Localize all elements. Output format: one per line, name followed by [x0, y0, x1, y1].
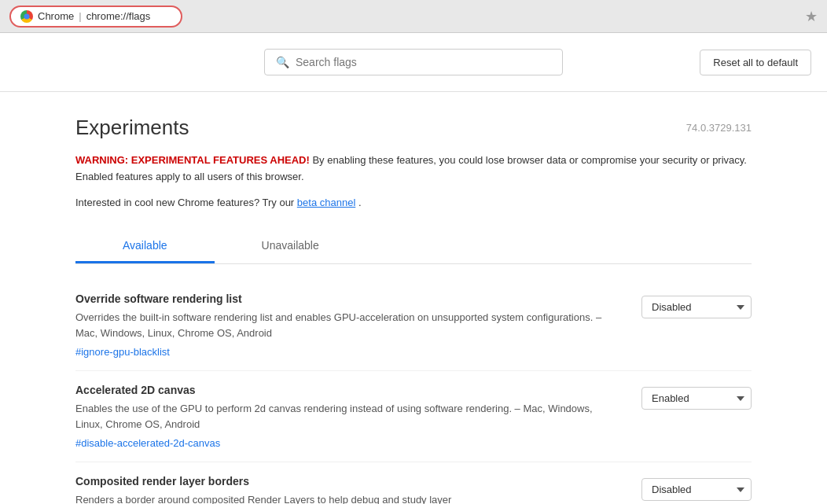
flag-item: Override software rendering list Overrid…	[75, 280, 752, 371]
experiments-container: Experiments 74.0.3729.131 WARNING: EXPER…	[60, 92, 767, 504]
warning-paragraph: WARNING: EXPERIMENTAL FEATURES AHEAD! By…	[75, 153, 752, 186]
address-label: Chrome	[38, 10, 74, 22]
address-bar[interactable]: Chrome | chrome://flags	[9, 6, 182, 28]
address-url: chrome://flags	[86, 10, 151, 22]
tabs-container: Available Unavailable	[75, 230, 752, 264]
experiments-header: Experiments 74.0.3729.131	[75, 116, 752, 140]
flag-info: Override software rendering list Overrid…	[75, 292, 641, 358]
flag-select-disabled[interactable]: Default Disabled Enabled	[641, 296, 752, 318]
beta-channel-link[interactable]: beta channel	[297, 197, 355, 208]
tab-available[interactable]: Available	[75, 230, 215, 263]
version-number: 74.0.3729.131	[686, 122, 752, 134]
flag-name: Accelerated 2D canvas	[75, 384, 618, 396]
beta-paragraph: Interested in cool new Chrome features? …	[75, 195, 752, 212]
address-separator: |	[79, 10, 81, 22]
flag-anchor-link[interactable]: #disable-accelerated-2d-canvas	[75, 437, 220, 449]
flag-select-disabled-3[interactable]: Default Disabled Enabled	[641, 478, 752, 501]
beta-suffix: .	[358, 197, 362, 208]
flag-name: Override software rendering list	[75, 292, 618, 305]
search-area: 🔍 Reset all to default	[0, 33, 827, 92]
chrome-icon	[20, 10, 33, 23]
warning-bold-text: WARNING: EXPERIMENTAL FEATURES AHEAD!	[75, 154, 310, 166]
flag-control: Default Disabled Enabled	[641, 478, 752, 501]
flag-description: Overrides the built-in software renderin…	[75, 310, 618, 340]
flag-anchor-link[interactable]: #ignore-gpu-blacklist	[75, 346, 170, 358]
flag-select-enabled[interactable]: Default Disabled Enabled	[641, 387, 752, 410]
flag-description: Renders a border around composited Rende…	[75, 492, 618, 504]
flag-control: Default Disabled Enabled	[641, 296, 752, 318]
browser-bar: Chrome | chrome://flags ★	[0, 0, 827, 33]
tab-unavailable[interactable]: Unavailable	[215, 230, 366, 263]
flag-description: Enables the use of the GPU to perform 2d…	[75, 401, 618, 432]
flags-list: Override software rendering list Overrid…	[75, 280, 752, 504]
bookmark-star-icon[interactable]: ★	[805, 8, 818, 25]
search-box: 🔍	[264, 49, 563, 75]
beta-prompt-text: Interested in cool new Chrome features? …	[75, 197, 297, 208]
flag-name: Composited render layer borders	[75, 475, 618, 487]
flag-control: Default Disabled Enabled	[641, 387, 752, 410]
main-content: 🔍 Reset all to default Experiments 74.0.…	[0, 33, 827, 504]
flag-info: Accelerated 2D canvas Enables the use of…	[75, 384, 641, 449]
flag-item: Composited render layer borders Renders …	[75, 462, 752, 504]
flag-item: Accelerated 2D canvas Enables the use of…	[75, 371, 752, 462]
search-input[interactable]	[296, 56, 551, 68]
experiments-title: Experiments	[75, 116, 189, 140]
reset-all-button[interactable]: Reset all to default	[700, 50, 811, 75]
search-icon: 🔍	[276, 56, 289, 68]
flag-info: Composited render layer borders Renders …	[75, 475, 641, 504]
